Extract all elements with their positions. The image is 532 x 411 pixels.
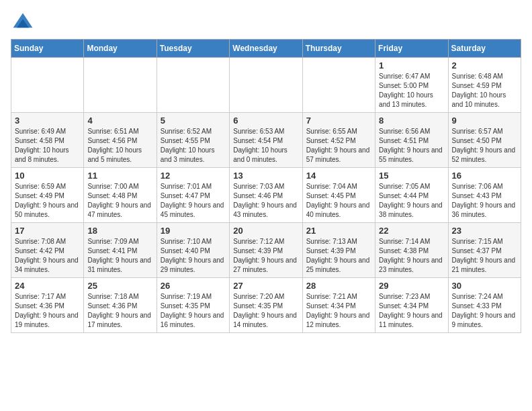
day-info: Sunrise: 7:00 AMSunset: 4:48 PMDaylight:… — [87, 182, 152, 220]
calendar-cell: 2Sunrise: 6:48 AMSunset: 4:59 PMDaylight… — [448, 58, 521, 113]
calendar-cell: 25Sunrise: 7:18 AMSunset: 4:36 PMDayligh… — [84, 278, 157, 333]
calendar-week-3: 10Sunrise: 6:59 AMSunset: 4:49 PMDayligh… — [11, 168, 521, 223]
day-number: 3 — [15, 116, 80, 126]
day-info: Sunrise: 6:53 AMSunset: 4:54 PMDaylight:… — [233, 127, 298, 165]
day-info: Sunrise: 7:21 AMSunset: 4:34 PMDaylight:… — [306, 292, 371, 330]
calendar-cell: 27Sunrise: 7:20 AMSunset: 4:35 PMDayligh… — [230, 278, 302, 333]
calendar-cell — [302, 58, 375, 113]
day-number: 24 — [15, 281, 80, 291]
day-info: Sunrise: 7:08 AMSunset: 4:42 PMDaylight:… — [15, 237, 80, 275]
calendar-cell: 22Sunrise: 7:14 AMSunset: 4:38 PMDayligh… — [375, 223, 448, 278]
logo — [11, 11, 38, 35]
calendar-week-1: 1Sunrise: 6:47 AMSunset: 5:00 PMDaylight… — [11, 58, 521, 113]
day-number: 29 — [379, 281, 444, 291]
calendar-cell: 8Sunrise: 6:56 AMSunset: 4:51 PMDaylight… — [375, 113, 448, 168]
day-info: Sunrise: 7:23 AMSunset: 4:34 PMDaylight:… — [379, 292, 444, 330]
day-info: Sunrise: 7:04 AMSunset: 4:45 PMDaylight:… — [306, 182, 371, 220]
calendar-cell: 4Sunrise: 6:51 AMSunset: 4:56 PMDaylight… — [84, 113, 157, 168]
calendar-cell: 11Sunrise: 7:00 AMSunset: 4:48 PMDayligh… — [84, 168, 157, 223]
weekday-header-wednesday: Wednesday — [230, 40, 302, 58]
calendar-cell: 18Sunrise: 7:09 AMSunset: 4:41 PMDayligh… — [84, 223, 157, 278]
weekday-header-sunday: Sunday — [11, 40, 84, 58]
day-info: Sunrise: 7:06 AMSunset: 4:43 PMDaylight:… — [452, 182, 517, 220]
day-info: Sunrise: 7:10 AMSunset: 4:40 PMDaylight:… — [161, 237, 226, 275]
calendar-cell — [84, 58, 157, 113]
day-info: Sunrise: 7:19 AMSunset: 4:35 PMDaylight:… — [161, 292, 226, 330]
calendar-cell: 7Sunrise: 6:55 AMSunset: 4:52 PMDaylight… — [302, 113, 375, 168]
day-info: Sunrise: 7:24 AMSunset: 4:33 PMDaylight:… — [452, 292, 517, 330]
weekday-header-thursday: Thursday — [302, 40, 375, 58]
day-number: 28 — [306, 281, 371, 291]
day-info: Sunrise: 6:52 AMSunset: 4:55 PMDaylight:… — [161, 127, 226, 165]
calendar-cell: 21Sunrise: 7:13 AMSunset: 4:39 PMDayligh… — [302, 223, 375, 278]
calendar-cell: 14Sunrise: 7:04 AMSunset: 4:45 PMDayligh… — [302, 168, 375, 223]
day-number: 9 — [452, 116, 517, 126]
day-number: 6 — [233, 116, 298, 126]
day-number: 21 — [306, 226, 371, 236]
calendar-cell: 26Sunrise: 7:19 AMSunset: 4:35 PMDayligh… — [157, 278, 229, 333]
calendar-week-4: 17Sunrise: 7:08 AMSunset: 4:42 PMDayligh… — [11, 223, 521, 278]
calendar-cell: 19Sunrise: 7:10 AMSunset: 4:40 PMDayligh… — [157, 223, 229, 278]
day-info: Sunrise: 7:17 AMSunset: 4:36 PMDaylight:… — [15, 292, 80, 330]
weekday-header-tuesday: Tuesday — [157, 40, 229, 58]
day-number: 10 — [15, 171, 80, 181]
day-number: 11 — [87, 171, 152, 181]
calendar-week-2: 3Sunrise: 6:49 AMSunset: 4:58 PMDaylight… — [11, 113, 521, 168]
day-number: 14 — [306, 171, 371, 181]
calendar-cell: 30Sunrise: 7:24 AMSunset: 4:33 PMDayligh… — [448, 278, 521, 333]
calendar-cell: 29Sunrise: 7:23 AMSunset: 4:34 PMDayligh… — [375, 278, 448, 333]
calendar-table: SundayMondayTuesdayWednesdayThursdayFrid… — [11, 39, 521, 333]
day-info: Sunrise: 7:15 AMSunset: 4:37 PMDaylight:… — [452, 237, 517, 275]
day-info: Sunrise: 6:56 AMSunset: 4:51 PMDaylight:… — [379, 127, 444, 165]
day-number: 4 — [87, 116, 152, 126]
day-number: 17 — [15, 226, 80, 236]
calendar-cell: 28Sunrise: 7:21 AMSunset: 4:34 PMDayligh… — [302, 278, 375, 333]
day-info: Sunrise: 7:09 AMSunset: 4:41 PMDaylight:… — [87, 237, 152, 275]
weekday-header-row: SundayMondayTuesdayWednesdayThursdayFrid… — [11, 40, 521, 58]
day-info: Sunrise: 7:12 AMSunset: 4:39 PMDaylight:… — [233, 237, 298, 275]
calendar-cell: 24Sunrise: 7:17 AMSunset: 4:36 PMDayligh… — [11, 278, 84, 333]
day-number: 18 — [87, 226, 152, 236]
day-number: 5 — [161, 116, 226, 126]
calendar-cell: 16Sunrise: 7:06 AMSunset: 4:43 PMDayligh… — [448, 168, 521, 223]
day-number: 8 — [379, 116, 444, 126]
calendar-cell: 20Sunrise: 7:12 AMSunset: 4:39 PMDayligh… — [230, 223, 302, 278]
day-number: 25 — [87, 281, 152, 291]
day-info: Sunrise: 7:14 AMSunset: 4:38 PMDaylight:… — [379, 237, 444, 275]
day-info: Sunrise: 7:13 AMSunset: 4:39 PMDaylight:… — [306, 237, 371, 275]
day-number: 16 — [452, 171, 517, 181]
calendar-cell — [230, 58, 302, 113]
weekday-header-monday: Monday — [84, 40, 157, 58]
day-number: 13 — [233, 171, 298, 181]
day-info: Sunrise: 6:47 AMSunset: 5:00 PMDaylight:… — [379, 72, 444, 109]
day-number: 15 — [379, 171, 444, 181]
calendar-cell: 5Sunrise: 6:52 AMSunset: 4:55 PMDaylight… — [157, 113, 229, 168]
page-header — [11, 11, 521, 35]
day-info: Sunrise: 6:51 AMSunset: 4:56 PMDaylight:… — [87, 127, 152, 165]
calendar-cell: 6Sunrise: 6:53 AMSunset: 4:54 PMDaylight… — [230, 113, 302, 168]
day-number: 27 — [233, 281, 298, 291]
day-info: Sunrise: 7:01 AMSunset: 4:47 PMDaylight:… — [161, 182, 226, 220]
day-info: Sunrise: 7:18 AMSunset: 4:36 PMDaylight:… — [87, 292, 152, 330]
day-number: 23 — [452, 226, 517, 236]
calendar-cell: 13Sunrise: 7:03 AMSunset: 4:46 PMDayligh… — [230, 168, 302, 223]
day-number: 30 — [452, 281, 517, 291]
calendar-cell: 12Sunrise: 7:01 AMSunset: 4:47 PMDayligh… — [157, 168, 229, 223]
day-number: 19 — [161, 226, 226, 236]
calendar-week-5: 24Sunrise: 7:17 AMSunset: 4:36 PMDayligh… — [11, 278, 521, 333]
day-number: 1 — [379, 60, 444, 71]
weekday-header-friday: Friday — [375, 40, 448, 58]
day-info: Sunrise: 6:57 AMSunset: 4:50 PMDaylight:… — [452, 127, 517, 165]
day-number: 12 — [161, 171, 226, 181]
day-info: Sunrise: 6:59 AMSunset: 4:49 PMDaylight:… — [15, 182, 80, 220]
day-info: Sunrise: 6:49 AMSunset: 4:58 PMDaylight:… — [15, 127, 80, 165]
logo-icon — [11, 11, 35, 35]
calendar-cell: 23Sunrise: 7:15 AMSunset: 4:37 PMDayligh… — [448, 223, 521, 278]
calendar-cell: 9Sunrise: 6:57 AMSunset: 4:50 PMDaylight… — [448, 113, 521, 168]
calendar-cell — [157, 58, 229, 113]
day-info: Sunrise: 7:20 AMSunset: 4:35 PMDaylight:… — [233, 292, 298, 330]
day-info: Sunrise: 6:48 AMSunset: 4:59 PMDaylight:… — [452, 72, 517, 109]
calendar-cell — [11, 58, 84, 113]
calendar-cell: 3Sunrise: 6:49 AMSunset: 4:58 PMDaylight… — [11, 113, 84, 168]
day-number: 2 — [452, 60, 517, 71]
